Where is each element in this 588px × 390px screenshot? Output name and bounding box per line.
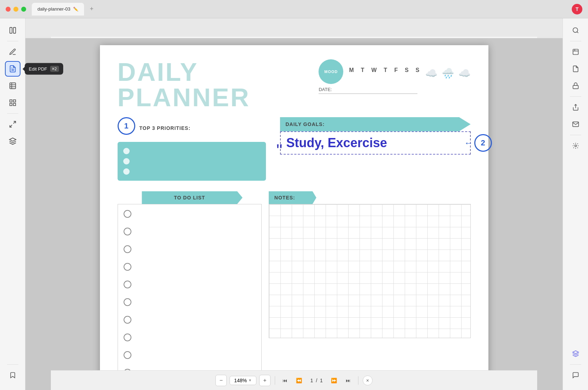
todo-checkbox-6[interactable] <box>124 298 131 306</box>
svg-line-20 <box>577 32 578 33</box>
badge-2: 2 <box>474 134 492 152</box>
sidebar-right-ocr[interactable] <box>568 44 583 60</box>
sidebar-item-compress[interactable] <box>5 116 20 132</box>
goals-banner: DAILY GOALS: <box>280 117 471 131</box>
todo-item-4 <box>124 263 256 271</box>
user-avatar[interactable]: T <box>572 4 582 14</box>
sidebar-item-pages[interactable] <box>5 78 20 94</box>
planner-header: DAILY PLANNER MOOD MTWTFSS ☁️ <box>118 59 471 110</box>
todo-checkbox-7[interactable] <box>124 316 131 324</box>
todo-checkbox-2[interactable] <box>124 228 131 235</box>
notes-section: NOTES: <box>269 191 471 390</box>
sidebar-right-mail[interactable] <box>568 116 583 132</box>
sidebar-right <box>563 18 588 390</box>
priority-dot-1 <box>123 148 130 154</box>
svg-rect-21 <box>573 49 578 55</box>
close-window-button[interactable] <box>6 7 11 12</box>
maximize-window-button[interactable] <box>21 7 26 12</box>
right-divider-3 <box>570 135 581 135</box>
todo-checkbox-3[interactable] <box>124 245 131 253</box>
quote-mark: " <box>277 142 283 159</box>
goals-content: " Study, Excercise ← 2 <box>280 131 471 155</box>
todo-item-3 <box>124 245 256 253</box>
zoom-display[interactable]: 148% ▼ <box>230 376 256 385</box>
svg-rect-11 <box>10 103 12 106</box>
todo-section: TO DO LIST <box>118 191 262 390</box>
svg-rect-1 <box>13 28 15 34</box>
sidebar-item-bookmark[interactable] <box>5 367 20 383</box>
mood-circle: MOOD <box>319 59 343 84</box>
tab-edit-icon[interactable]: ✏️ <box>73 7 78 12</box>
notes-grid[interactable] <box>269 204 471 338</box>
traffic-lights <box>6 7 26 12</box>
first-page-button[interactable]: ⏮ <box>279 375 291 386</box>
sidebar-item-layout[interactable] <box>5 95 20 110</box>
goals-text-area[interactable]: Study, Excercise <box>280 131 471 155</box>
svg-point-26 <box>575 145 576 147</box>
planner-title-line2: PLANNER <box>118 85 250 110</box>
todo-item-8 <box>124 334 256 341</box>
middle-section: 1 TOP 3 PRIORITIES: DAILY <box>118 117 471 181</box>
sidebar-item-layers[interactable] <box>5 133 20 149</box>
sidebar-left: Edit PDF ⌘2 <box>0 18 25 390</box>
tab-label: daliy-planner-03 <box>37 6 70 12</box>
svg-rect-10 <box>13 103 15 106</box>
divider-2 <box>7 113 18 114</box>
todo-item-5 <box>124 281 256 288</box>
zoom-in-button[interactable]: + <box>259 375 271 386</box>
svg-point-19 <box>573 28 577 32</box>
sidebar-right-search[interactable] <box>568 23 583 38</box>
goals-text: Study, Excercise <box>286 136 387 150</box>
svg-rect-0 <box>10 28 12 34</box>
zoom-chevron-icon: ▼ <box>248 378 252 382</box>
next-page-button[interactable]: ⏩ <box>328 375 340 386</box>
right-divider-1 <box>570 41 581 41</box>
todo-checkbox-4[interactable] <box>124 263 131 271</box>
priority-dot-2 <box>123 158 130 164</box>
todo-checkbox-9[interactable] <box>124 351 131 359</box>
minimize-window-button[interactable] <box>13 7 18 12</box>
divider-1 <box>7 41 18 41</box>
bottom-sections: TO DO LIST <box>118 191 471 390</box>
planner-title-line1: DAILY <box>118 59 250 85</box>
goals-section: DAILY GOALS: " Study, Excercise ← 2 <box>280 117 471 181</box>
sidebar-item-marker[interactable] <box>5 44 20 60</box>
notes-banner: NOTES: <box>269 191 316 204</box>
add-tab-button[interactable]: + <box>87 4 96 14</box>
tab-daliy-planner[interactable]: daliy-planner-03 ✏️ <box>32 3 84 16</box>
todo-checkbox-5[interactable] <box>124 281 131 288</box>
sidebar-right-share[interactable] <box>568 100 583 115</box>
todo-checkbox-1[interactable] <box>124 210 131 218</box>
todo-checkbox-8[interactable] <box>124 334 131 341</box>
svg-marker-14 <box>9 138 16 141</box>
todo-item-6 <box>124 298 256 306</box>
sidebar-right-integration[interactable] <box>568 346 583 361</box>
canvas-area[interactable]: DAILY PLANNER MOOD MTWTFSS ☁️ <box>25 38 563 390</box>
pdf-page: DAILY PLANNER MOOD MTWTFSS ☁️ <box>100 45 488 390</box>
todo-box <box>118 204 262 390</box>
sidebar-item-edit-pdf[interactable]: Edit PDF ⌘2 <box>5 61 20 77</box>
todo-item-9 <box>124 351 256 359</box>
tab-area: daliy-planner-03 ✏️ + <box>32 3 96 16</box>
sidebar-right-lock[interactable] <box>568 78 583 94</box>
planner-title: DAILY PLANNER <box>118 59 250 110</box>
zoom-out-button[interactable]: − <box>215 375 227 386</box>
sidebar-right-chat[interactable] <box>568 367 583 383</box>
titlebar: daliy-planner-03 ✏️ + T <box>0 0 588 18</box>
prev-page-button[interactable]: ⏪ <box>293 375 305 386</box>
todo-item-1 <box>124 210 256 218</box>
close-bar-button[interactable]: × <box>363 376 373 385</box>
sidebar-right-stamp[interactable] <box>568 138 583 154</box>
last-page-button[interactable]: ⏭ <box>343 375 354 386</box>
priorities-section: 1 TOP 3 PRIORITIES: <box>118 117 266 181</box>
svg-line-13 <box>10 125 12 127</box>
sidebar-right-document[interactable] <box>568 61 583 77</box>
cloud-icon-2: ☁️ <box>458 67 471 79</box>
priorities-title: TOP 3 PRIORITIES: <box>139 125 191 131</box>
todo-banner: TO DO LIST <box>137 191 243 204</box>
arrow-icon: ← <box>464 138 473 148</box>
todo-item-2 <box>124 228 256 235</box>
cloud-rain-icon: 🌧️ <box>442 67 454 79</box>
sidebar-item-book[interactable] <box>5 23 20 38</box>
priority-dot-3 <box>123 168 130 175</box>
